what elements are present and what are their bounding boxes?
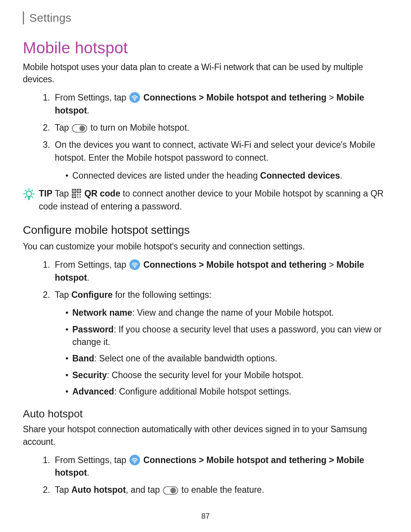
qr-icon [72,189,81,198]
opt-security: Security: Choose the security level for … [65,369,388,382]
opt-band: Band: Select one of the available bandwi… [65,352,388,365]
svg-point-3 [80,126,85,131]
auto-step-1: From Settings, tap Connections > Mobile … [53,454,388,479]
intro-text: Mobile hotspot uses your data plan to cr… [23,61,388,85]
page-number: 87 [201,512,210,521]
tip-text: TIP Tap QR code to connect another devic… [39,187,388,213]
svg-point-11 [26,191,32,197]
auto-step-2: Tap Auto hotspot, and tap to enable the … [53,484,388,496]
connections-icon [129,92,140,103]
svg-point-27 [170,488,176,494]
svg-point-23 [134,267,135,268]
svg-line-6 [32,190,33,191]
svg-line-5 [25,190,26,191]
connections-icon [129,455,140,465]
svg-rect-13 [73,190,75,192]
toggle-off-icon [163,486,178,495]
svg-point-25 [134,462,135,463]
main-steps-list: From Settings, tap Connections > Mobile … [53,91,388,182]
svg-rect-15 [78,190,80,192]
auto-heading: Auto hotspot [23,408,388,420]
step-2: Tap to turn on Mobile hotspot. [53,121,388,134]
breadcrumb-text: Settings [29,11,72,24]
configure-step-1: From Settings, tap Connections > Mobile … [53,259,388,284]
svg-rect-18 [77,194,78,195]
configure-steps-list: From Settings, tap Connections > Mobile … [53,259,388,398]
svg-rect-17 [73,195,75,197]
auto-intro: Share your hotspot connection automatica… [23,423,388,447]
svg-point-1 [134,100,135,101]
step-3: On the devices you want to connect, acti… [53,139,388,182]
opt-network-name: Network name: View and change the name o… [65,307,388,319]
toggle-off-icon [72,124,87,133]
tip-block: TIP Tap QR code to connect another devic… [23,187,388,213]
configure-heading: Configure mobile hotspot settings [23,224,388,236]
svg-line-10 [32,197,33,198]
configure-step-2: Tap Configure for the following settings… [53,289,388,398]
opt-advanced: Advanced: Configure additional Mobile ho… [65,385,388,398]
opt-password: Password: If you choose a security level… [65,323,388,349]
svg-rect-20 [77,197,78,198]
lightbulb-icon [23,188,35,200]
svg-line-9 [25,197,26,198]
page-title: Mobile hotspot [23,39,388,57]
connections-icon [129,259,140,270]
step-3-sub-item: Connected devices are listed under the h… [65,169,388,182]
step-3-sublist: Connected devices are listed under the h… [65,169,388,182]
svg-rect-21 [80,197,81,198]
configure-intro: You can customize your mobile hotspot's … [23,240,388,252]
configure-options-list: Network name: View and change the name o… [65,307,388,398]
step-1: From Settings, tap Connections > Mobile … [53,91,388,117]
svg-rect-19 [80,194,81,195]
header-breadcrumb: Settings [23,11,388,24]
auto-steps-list: From Settings, tap Connections > Mobile … [53,454,388,497]
